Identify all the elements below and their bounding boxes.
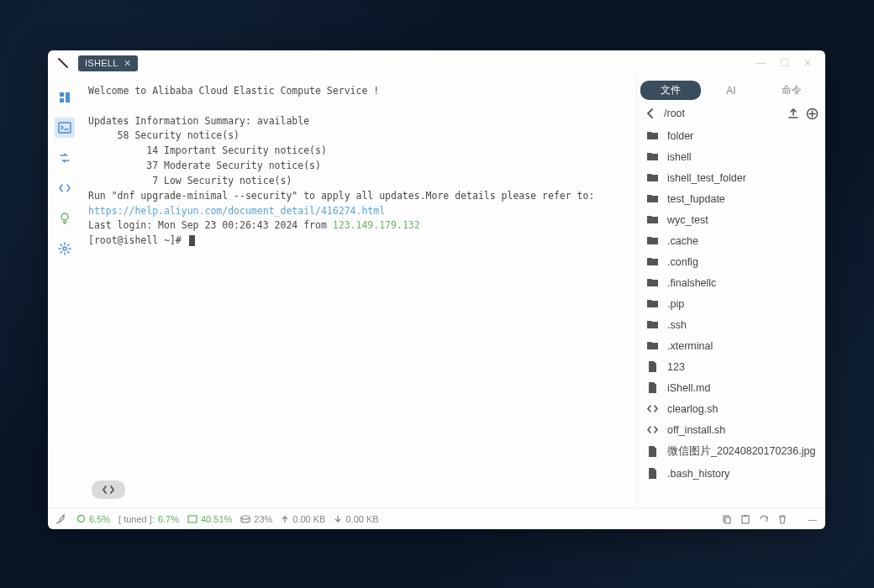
terminal-output[interactable]: Welcome to Alibaba Cloud Elastic Compute… <box>82 76 636 507</box>
file-row[interactable]: .ssh <box>637 314 825 335</box>
file-icon <box>645 445 659 458</box>
minimize-icon[interactable]: — <box>755 57 766 69</box>
tab-ai[interactable]: AI <box>701 82 761 99</box>
svg-point-5 <box>63 247 66 250</box>
stat-up: 0.00 KB <box>281 514 325 524</box>
term-lastlogin: Last login: Mon Sep 23 00:26:43 2024 fro… <box>88 219 333 231</box>
tab-cmd[interactable]: 命令 <box>761 81 822 100</box>
arrow-down-icon <box>334 515 342 523</box>
folder-icon <box>645 339 659 352</box>
upload-icon[interactable] <box>787 108 799 119</box>
svg-rect-3 <box>59 123 71 133</box>
file-row[interactable]: clearlog.sh <box>637 398 825 419</box>
term-welcome: Welcome to Alibaba Cloud Elastic Compute… <box>88 85 379 97</box>
code-icon <box>645 402 659 415</box>
file-row[interactable]: .config <box>637 251 825 272</box>
file-name: test_fupdate <box>667 193 725 205</box>
close-icon[interactable]: ✕ <box>124 58 131 69</box>
tab-label: ISHELL <box>85 58 118 68</box>
close-window-icon[interactable]: ✕ <box>802 57 813 69</box>
file-name: 123 <box>667 361 685 373</box>
tuned-label: [ tuned ]: <box>118 514 155 524</box>
folder-icon <box>645 150 659 163</box>
disk-icon <box>240 515 250 523</box>
file-row[interactable]: test_fupdate <box>637 188 825 209</box>
right-panel: 文件 AI 命令 /root folderishellishell_test_f… <box>636 76 825 507</box>
copy-icon[interactable] <box>722 514 732 524</box>
session-tab[interactable]: ISHELL ✕ <box>78 55 138 71</box>
file-row[interactable]: .bash_history <box>637 463 825 484</box>
paste-icon[interactable] <box>740 514 750 524</box>
file-icon <box>645 381 659 394</box>
file-icon <box>645 467 659 480</box>
sidebar-terminal-icon[interactable] <box>55 118 75 138</box>
file-name: folder <box>667 130 693 142</box>
folder-icon <box>645 234 659 247</box>
refresh-icon[interactable] <box>759 514 769 524</box>
rocket-icon[interactable] <box>56 513 68 525</box>
stat-mem: 40.51% <box>187 514 232 524</box>
window-controls: — ☐ ✕ <box>755 57 820 69</box>
term-low: 7 Low Security notice(s) <box>88 175 292 186</box>
folder-icon <box>645 276 659 289</box>
file-name: .config <box>667 256 698 268</box>
cursor-icon <box>189 235 195 246</box>
terminal-panel: Welcome to Alibaba Cloud Elastic Compute… <box>82 76 636 507</box>
term-run: Run "dnf upgrade-minimal --security" to … <box>88 190 594 202</box>
minus-icon[interactable]: — <box>808 514 817 524</box>
sidebar-dashboard-icon[interactable] <box>55 87 75 108</box>
svg-rect-11 <box>725 517 730 523</box>
file-row[interactable]: .pip <box>637 293 825 314</box>
trash-icon[interactable] <box>777 514 787 524</box>
tab-files[interactable]: 文件 <box>640 81 701 100</box>
file-row[interactable]: ishell <box>637 146 825 167</box>
file-row[interactable]: .cache <box>637 230 825 251</box>
file-icon <box>645 360 659 373</box>
folder-icon <box>645 255 659 268</box>
folder-icon <box>645 171 659 184</box>
svg-point-4 <box>61 213 68 220</box>
term-sec: 58 Security notice(s) <box>88 129 240 141</box>
maximize-icon[interactable]: ☐ <box>778 57 790 69</box>
cpu-icon <box>76 514 86 523</box>
term-updates: Updates Information Summary: available <box>88 115 309 127</box>
left-sidebar <box>48 76 82 507</box>
titlebar: ISHELL ✕ — ☐ ✕ <box>48 50 825 76</box>
file-name: clearlog.sh <box>667 403 718 415</box>
file-name: ishell <box>667 151 692 163</box>
sidebar-code-icon[interactable] <box>55 178 75 198</box>
svg-rect-8 <box>188 516 197 522</box>
file-row[interactable]: iShell.md <box>637 377 825 398</box>
file-row[interactable]: 123 <box>637 356 825 377</box>
cpu-value: 6.5% <box>89 514 110 524</box>
svg-rect-1 <box>66 92 70 102</box>
code-snippet-button[interactable] <box>92 480 125 499</box>
file-row[interactable]: off_install.sh <box>637 419 825 440</box>
sidebar-transfer-icon[interactable] <box>55 148 75 168</box>
folder-icon <box>645 129 659 142</box>
file-row[interactable]: ishell_test_folder <box>637 167 825 188</box>
folder-icon <box>645 213 659 226</box>
file-row[interactable]: 微信图片_20240820170236.jpg <box>637 440 825 463</box>
arrow-up-icon <box>281 515 289 523</box>
term-imp: 14 Important Security notice(s) <box>88 144 327 156</box>
file-row[interactable]: .xterminal <box>637 335 825 356</box>
file-row[interactable]: folder <box>637 125 825 146</box>
file-row[interactable]: .finalshellc <box>637 272 825 293</box>
stat-disk: 23% <box>240 514 272 524</box>
file-name: 微信图片_20240820170236.jpg <box>667 444 815 459</box>
term-link[interactable]: https://help.aliyun.com/document_detail/… <box>88 205 385 217</box>
file-name: iShell.md <box>667 382 710 394</box>
file-list[interactable]: folderishellishell_test_foldertest_fupda… <box>637 123 825 507</box>
back-icon[interactable] <box>644 107 657 120</box>
disk-value: 23% <box>254 514 272 524</box>
svg-rect-0 <box>60 92 64 97</box>
file-row[interactable]: wyc_test <box>637 209 825 230</box>
sidebar-gear-icon[interactable] <box>55 239 75 259</box>
stat-down: 0.00 KB <box>334 514 378 524</box>
mem-icon <box>187 515 197 523</box>
add-icon[interactable] <box>806 108 819 120</box>
down-value: 0.00 KB <box>345 514 378 524</box>
code-icon <box>645 423 659 436</box>
sidebar-bulb-icon[interactable] <box>55 208 75 228</box>
